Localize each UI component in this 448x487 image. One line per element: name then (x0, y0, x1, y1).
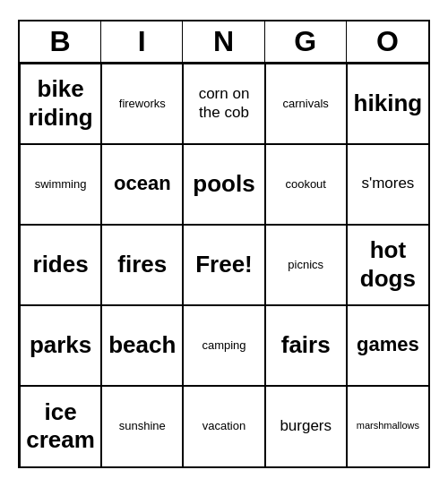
bingo-cell: games (347, 305, 428, 386)
bingo-cell: ocean (101, 144, 183, 225)
bingo-cell: parks (20, 305, 101, 386)
bingo-cell: fires (101, 225, 183, 305)
bingo-cell: camping (183, 305, 264, 386)
bingo-cell: pools (183, 144, 264, 225)
header-letter: G (265, 21, 347, 62)
bingo-cell: corn on the cob (183, 64, 264, 144)
bingo-header: BINGO (20, 21, 428, 64)
bingo-cell: hiking (347, 64, 428, 144)
bingo-cell: swimming (20, 144, 101, 225)
header-letter: I (101, 21, 183, 62)
bingo-cell: beach (101, 305, 183, 386)
bingo-cell: marshmallows (347, 386, 428, 466)
header-letter: O (347, 21, 428, 62)
bingo-cell: hot dogs (347, 225, 428, 305)
header-letter: B (20, 21, 101, 62)
bingo-cell: burgers (265, 386, 347, 466)
bingo-card: BINGO bike ridingfireworkscorn on the co… (18, 20, 430, 468)
bingo-cell: bike riding (20, 64, 101, 144)
bingo-cell: rides (20, 225, 101, 305)
bingo-cell: Free! (183, 225, 264, 305)
bingo-cell: picnics (265, 225, 347, 305)
bingo-cell: carnivals (265, 64, 347, 144)
bingo-cell: s'mores (347, 144, 428, 225)
header-letter: N (183, 21, 264, 62)
bingo-grid: bike ridingfireworkscorn on the cobcarni… (20, 64, 428, 466)
bingo-cell: ice cream (20, 386, 101, 466)
bingo-cell: fireworks (101, 64, 183, 144)
bingo-cell: sunshine (101, 386, 183, 466)
bingo-cell: vacation (183, 386, 264, 466)
bingo-cell: fairs (265, 305, 347, 386)
bingo-cell: cookout (265, 144, 347, 225)
